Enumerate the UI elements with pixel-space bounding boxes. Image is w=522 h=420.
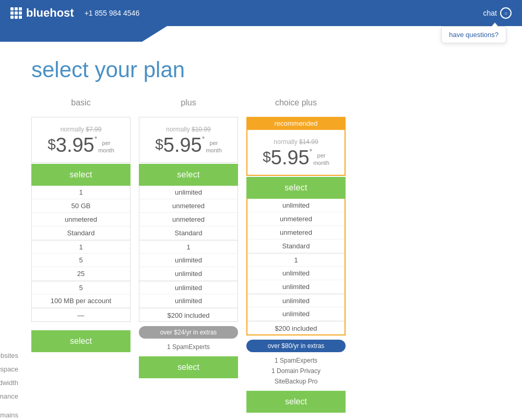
plan-choice-plus-sub-domains: unlimited (247, 280, 345, 294)
plan-plus-extras-item-0: 1 SpamExperts (139, 342, 238, 352)
plan-plus-performance: Standard (139, 226, 238, 240)
plan-basic: basic normally $7.99 $3.95* permonth sel… (31, 98, 130, 352)
chat-button[interactable]: chat ○ (483, 7, 512, 19)
feature-labels-column: websites website space bandwidth perform… (0, 98, 31, 420)
plan-choice-plus-included-domains: 1 (247, 253, 345, 267)
plan-plus-marketing-offers: $200 included (139, 308, 238, 321)
plan-plus-parked-domains: unlimited (139, 254, 238, 267)
plan-plus-features: unlimited unmetered unmetered Standard 1… (139, 186, 238, 322)
logo[interactable]: bluehost (10, 6, 74, 20)
plan-choice-plus-select-bottom[interactable]: select (246, 391, 346, 413)
plan-plus-website-space: unmetered (139, 199, 238, 213)
plan-plus-price: $5.95* (155, 135, 205, 155)
plan-basic-websites: 1 (32, 186, 130, 199)
label-websites: websites (0, 349, 26, 362)
plan-plus-title: plus (139, 98, 238, 112)
plan-choice-plus-extras-item-1: 1 Domain Privacy (246, 366, 346, 376)
price-spacer (0, 223, 26, 349)
plan-basic-bandwidth: unmetered (32, 213, 130, 226)
plan-basic-per-month: permonth (98, 139, 114, 154)
logo-grid-icon (10, 7, 22, 19)
plan-choice-plus-normally: normally $14.99 (254, 138, 338, 146)
plan-plus-email-accounts: unlimited (139, 281, 238, 294)
plan-plus-select-bottom[interactable]: select (139, 356, 238, 378)
plan-choice-plus-performance: Standard (247, 239, 345, 253)
plan-basic-marketing-offers: — (32, 308, 130, 321)
plan-choice-plus-bandwidth: unmetered (247, 226, 345, 239)
plan-choice-plus-extras-badge: over $80/yr in extras (246, 340, 346, 352)
label-website-space: website space (0, 362, 26, 376)
chat-label: chat (483, 9, 497, 17)
plan-plus-included-domains: 1 (139, 240, 238, 254)
logo-text: bluehost (26, 6, 74, 20)
plan-basic-price-box: normally $7.99 $3.95* permonth (31, 117, 130, 163)
plan-choice-plus-inner: choice plus recommended normally $14.99 … (246, 98, 346, 413)
plan-basic-included-domains: 1 (32, 240, 130, 254)
plan-basic-features: 1 50 GB unmetered Standard 1 5 25 5 100 … (31, 186, 130, 322)
plan-basic-normally: normally $7.99 (38, 126, 124, 133)
plan-basic-performance: Standard (32, 226, 130, 240)
plan-basic-inner: basic normally $7.99 $3.95* permonth sel… (31, 98, 130, 352)
plan-basic-strikethrough: $7.99 (86, 126, 101, 133)
plan-plus-inner: plus normally $10.99 $5.95* permonth sel… (139, 98, 238, 378)
plan-plus-select-top[interactable]: select (139, 164, 238, 186)
plan-plus-extras-badge: over $24/yr in extras (139, 326, 238, 339)
phone-number[interactable]: +1 855 984 4546 (85, 9, 140, 17)
plan-plus-normally: normally $10.99 (146, 126, 231, 133)
chat-bubble-icon: ○ (500, 7, 512, 19)
plan-choice-plus-strikethrough: $14.99 (299, 138, 318, 146)
plan-choice-plus-email-accounts: unlimited (247, 294, 345, 307)
main-content: select your plan websites website space … (0, 42, 522, 420)
plan-choice-plus: choice plus recommended normally $14.99 … (246, 98, 346, 413)
plan-plus-sub-domains: unlimited (139, 267, 238, 281)
plan-choice-plus-website-space: unmetered (247, 212, 345, 226)
plan-basic-price: $3.95* (48, 135, 97, 155)
header-left: bluehost +1 855 984 4546 (10, 6, 139, 20)
plan-plus-websites: unlimited (139, 186, 238, 199)
label-performance: performance (0, 389, 26, 403)
plan-basic-website-space: 50 GB (32, 199, 130, 213)
plan-choice-plus-marketing-offers: $200 included (247, 321, 345, 334)
plan-choice-plus-extras: over $80/yr in extras 1 SpamExperts 1 Do… (246, 340, 346, 413)
plan-choice-plus-features: unlimited unmetered unmetered Standard 1… (246, 199, 346, 335)
plans-wrapper: basic normally $7.99 $3.95* permonth sel… (31, 98, 346, 420)
plan-plus-per-month: permonth (206, 139, 222, 154)
chat-tooltip: have questions? (441, 26, 506, 43)
plan-plus-extras: over $24/yr in extras 1 SpamExperts sele… (139, 326, 238, 378)
plan-choice-plus-websites: unlimited (247, 199, 345, 212)
label-bandwidth: bandwidth (0, 376, 26, 389)
plan-plus-strikethrough: $10.99 (192, 126, 211, 133)
plan-choice-plus-title: choice plus (246, 98, 346, 112)
plan-choice-plus-parked-domains: unlimited (247, 267, 345, 280)
plan-basic-email-storage: 100 MB per account (32, 294, 130, 308)
plan-plus-bandwidth: unmetered (139, 213, 238, 226)
plan-plus-price-box: normally $10.99 $5.95* permonth (139, 117, 238, 163)
plan-choice-plus-per-month: permonth (313, 152, 329, 167)
page-title: select your plan (31, 57, 491, 82)
recommended-badge: recommended (246, 117, 346, 130)
plan-choice-plus-extras-item-0: 1 SpamExperts (246, 355, 346, 366)
plan-choice-plus-select-top[interactable]: select (246, 177, 346, 199)
plan-plus-email-storage: unlimited (139, 294, 238, 308)
plan-basic-email-accounts: 5 (32, 281, 130, 294)
plan-choice-plus-extras-item-2: SiteBackup Pro (246, 376, 346, 387)
plan-plus: plus normally $10.99 $5.95* permonth sel… (139, 98, 238, 378)
plan-basic-bottom-actions: select (31, 326, 130, 352)
plan-basic-sub-domains: 25 (32, 267, 130, 281)
plan-basic-parked-domains: 5 (32, 254, 130, 267)
plan-choice-plus-email-storage: unlimited (247, 307, 345, 321)
plan-basic-select-top[interactable]: select (31, 164, 130, 186)
plan-choice-plus-price: $5.95* (263, 148, 312, 167)
label-included-domains: included domains (0, 408, 26, 420)
plan-basic-title: basic (31, 98, 130, 112)
plan-choice-plus-price-box: normally $14.99 $5.95* permonth (246, 130, 346, 176)
pricing-layout: websites website space bandwidth perform… (31, 98, 491, 420)
plan-basic-select-bottom[interactable]: select (31, 330, 130, 352)
header: bluehost +1 855 984 4546 chat ○ have que… (0, 0, 522, 26)
